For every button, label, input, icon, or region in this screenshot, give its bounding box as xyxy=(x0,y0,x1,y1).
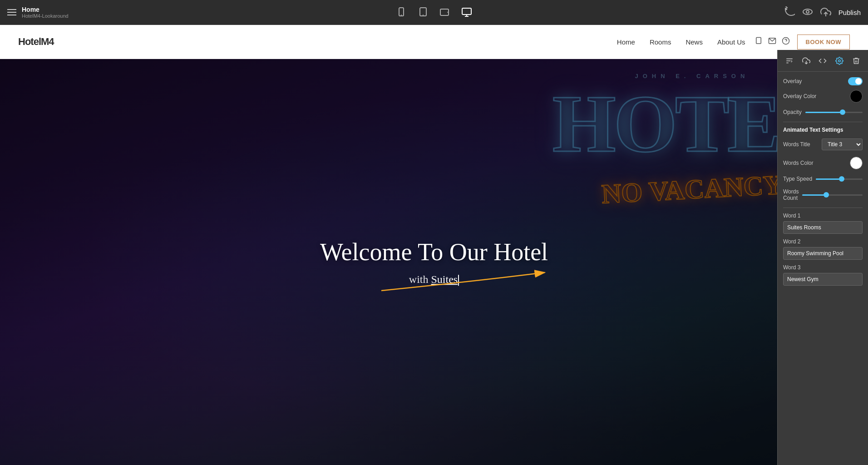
svg-point-3 xyxy=(423,15,424,15)
svg-point-10 xyxy=(806,10,809,13)
words-color-row: Words Color xyxy=(783,157,863,169)
preview-button[interactable] xyxy=(802,6,813,19)
hero-subtitle-prefix: with xyxy=(409,273,431,285)
overlay-color-label: Overlay Color xyxy=(783,93,816,99)
words-title-label: Words Title xyxy=(783,141,810,148)
word2-input[interactable] xyxy=(783,247,863,260)
download-tool-btn[interactable] xyxy=(799,55,813,67)
opacity-row: Opacity xyxy=(783,109,863,115)
words-count-slider[interactable] xyxy=(802,194,863,196)
mobile-icon xyxy=(396,7,407,18)
settings-tool-btn[interactable] xyxy=(833,55,846,67)
overlay-color-swatch[interactable] xyxy=(850,90,863,103)
top-toolbar: Home HotelM4-Lookaround xyxy=(0,0,868,25)
delete-tool-btn[interactable] xyxy=(849,55,863,67)
svg-point-5 xyxy=(447,12,448,13)
eye-icon xyxy=(802,6,813,17)
settings-icon xyxy=(835,57,843,65)
overlay-color-row: Overlay Color xyxy=(783,90,863,103)
words-color-label: Words Color xyxy=(783,160,813,166)
opacity-slider[interactable] xyxy=(805,112,863,113)
site-preview: HotelM4 Home Rooms News About Us xyxy=(0,25,868,465)
right-panel: Overlay Overlay Color Opacity xyxy=(777,50,868,465)
tablet-device-btn[interactable] xyxy=(416,5,430,20)
sort-icon xyxy=(785,57,794,65)
toolbar-right: Publish xyxy=(784,6,861,19)
book-now-button[interactable]: BOOK NOW xyxy=(797,35,850,49)
svg-point-1 xyxy=(401,15,402,15)
undo-icon xyxy=(784,6,795,17)
panel-divider-1 xyxy=(783,122,863,122)
nav-rooms[interactable]: Rooms xyxy=(650,38,671,46)
words-title-select[interactable]: Title 3 Title 1 Title 2 Title 4 xyxy=(822,139,863,150)
words-count-row: WordsCount xyxy=(783,188,863,201)
word3-label: Word 3 xyxy=(783,264,863,271)
panel-divider-2 xyxy=(783,208,863,208)
overlay-label: Overlay xyxy=(783,78,802,84)
hamburger-menu[interactable] xyxy=(7,9,16,15)
nav-news[interactable]: News xyxy=(686,38,703,46)
nav-home[interactable]: Home xyxy=(617,38,635,46)
nav-about[interactable]: About Us xyxy=(717,38,745,46)
hero-animated-word: Suites xyxy=(431,273,458,285)
words-title-row: Words Title Title 3 Title 1 Title 2 Titl… xyxy=(783,139,863,150)
svg-point-21 xyxy=(838,59,841,62)
svg-rect-12 xyxy=(756,38,761,44)
word1-group: Word 1 xyxy=(783,213,863,238)
page-title-label: Home xyxy=(22,6,69,13)
hero-subtitle: with Suites xyxy=(91,273,777,286)
device-switcher xyxy=(394,5,474,20)
animated-text-title: Animated Text Settings xyxy=(783,127,863,133)
upload-icon xyxy=(820,7,831,18)
download-icon xyxy=(802,57,810,65)
overlay-toggle[interactable] xyxy=(848,77,863,85)
toolbar-left: Home HotelM4-Lookaround xyxy=(7,6,69,19)
site-navbar: HotelM4 Home Rooms News About Us xyxy=(0,25,868,59)
mobile-device-btn[interactable] xyxy=(394,5,409,20)
panel-content: Overlay Overlay Color Opacity xyxy=(778,72,868,465)
word1-input[interactable] xyxy=(783,221,863,234)
tablet-landscape-icon xyxy=(439,7,450,18)
word2-group: Word 2 xyxy=(783,238,863,264)
text-cursor xyxy=(458,275,459,286)
phone-icon xyxy=(755,37,763,47)
tablet-landscape-btn[interactable] xyxy=(438,5,452,20)
desktop-device-btn[interactable] xyxy=(459,5,474,20)
site-logo: HotelM4 xyxy=(18,36,54,48)
publish-label: Publish xyxy=(838,9,861,16)
tablet-icon xyxy=(418,7,429,18)
type-speed-slider[interactable] xyxy=(816,178,863,180)
desktop-icon xyxy=(461,7,472,18)
hero-main-title: Welcome To Our Hotel xyxy=(91,238,777,266)
opacity-label: Opacity xyxy=(783,109,802,115)
code-icon xyxy=(819,57,827,65)
undo-button[interactable] xyxy=(784,6,795,19)
overlay-row: Overlay xyxy=(783,77,863,85)
page-subtitle-label: HotelM4-Lookaround xyxy=(22,13,69,19)
page-info: Home HotelM4-Lookaround xyxy=(22,6,69,19)
sort-tool-btn[interactable] xyxy=(783,55,796,67)
svg-point-9 xyxy=(803,9,812,15)
mail-icon xyxy=(768,37,776,47)
words-count-label: WordsCount xyxy=(783,188,799,201)
publish-button[interactable]: Publish xyxy=(838,9,861,16)
word3-input[interactable] xyxy=(783,273,863,286)
word3-group: Word 3 xyxy=(783,264,863,290)
upload-button[interactable] xyxy=(820,7,831,18)
trash-icon xyxy=(852,57,860,65)
svg-rect-6 xyxy=(462,8,471,15)
type-speed-row: Type Speed xyxy=(783,176,863,182)
site-nav-icons xyxy=(755,37,790,47)
help-icon xyxy=(782,37,790,47)
words-color-swatch[interactable] xyxy=(850,157,863,169)
word1-label: Word 1 xyxy=(783,213,863,219)
word2-label: Word 2 xyxy=(783,238,863,245)
type-speed-label: Type Speed xyxy=(783,176,812,182)
hero-section: JOHN E. CARSON HOTEL NO VACANCY Welcome … xyxy=(0,59,868,465)
code-tool-btn[interactable] xyxy=(816,55,829,67)
site-nav: Home Rooms News About Us xyxy=(617,38,745,46)
panel-toolbar xyxy=(778,50,868,72)
hero-content: Welcome To Our Hotel with Suites xyxy=(0,238,868,286)
